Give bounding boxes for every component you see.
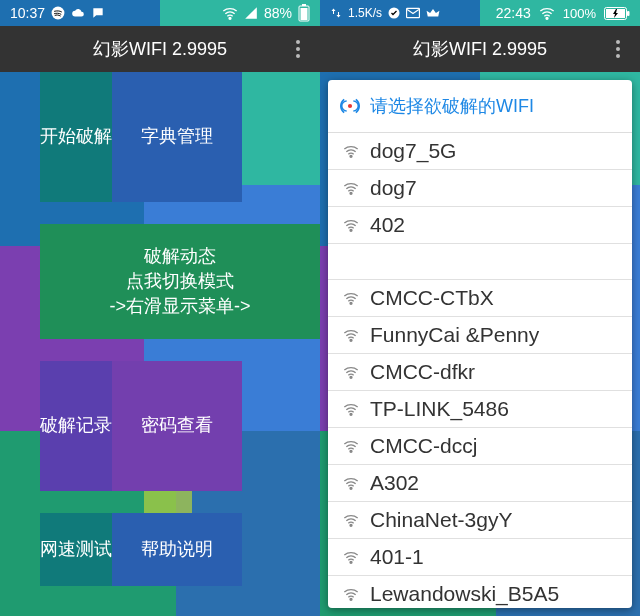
overflow-menu-button[interactable] [288, 35, 308, 63]
phone-left: 10:37 88% [0, 0, 320, 616]
svg-point-21 [350, 524, 352, 526]
wifi-signal-icon [342, 402, 360, 416]
status-time: 10:37 [10, 5, 45, 21]
svg-point-12 [350, 155, 352, 157]
wifi-signal-icon [342, 291, 360, 305]
wifi-item[interactable]: CMCC-CTbX [328, 280, 632, 317]
svg-point-14 [350, 229, 352, 231]
wifi-icon [222, 6, 238, 20]
wifi-ssid: Lewandowski_B5A5 [370, 582, 559, 606]
wifi-item[interactable]: CMCC-dfkr [328, 354, 632, 391]
wifi-item [328, 244, 632, 280]
svg-point-23 [350, 598, 352, 600]
wifi-item[interactable]: 402 [328, 207, 632, 244]
check-icon [388, 7, 400, 19]
svg-point-22 [350, 561, 352, 563]
dialog-title: 请选择欲破解的WIFI [370, 94, 534, 118]
wifi-ssid: FunnyCai &Penny [370, 323, 539, 347]
svg-point-1 [229, 17, 231, 19]
chat-icon [91, 6, 105, 20]
status-bar: 1.5K/s 22:43 100% [320, 0, 640, 26]
svg-rect-9 [627, 11, 630, 16]
tile-label: 点我切换模式 [126, 269, 234, 294]
app-title: 幻影WIFI 2.9995 [413, 37, 547, 61]
tile-label: 密码查看 [141, 413, 213, 438]
wifi-signal-icon [342, 365, 360, 379]
svg-point-18 [350, 413, 352, 415]
tile-label: 开始破解 [40, 124, 112, 149]
tile-label: 破解记录 [40, 413, 112, 438]
wifi-item[interactable]: A302 [328, 465, 632, 502]
antenna-icon [340, 96, 360, 116]
battery-icon [298, 4, 310, 22]
wifi-ssid: dog7 [370, 176, 417, 200]
app-bar: 幻影WIFI 2.9995 [0, 26, 320, 72]
battery-percent: 88% [264, 5, 292, 21]
svg-rect-3 [302, 4, 306, 6]
wifi-ssid: ChinaNet-3gyY [370, 508, 512, 532]
wifi-signal-icon [342, 218, 360, 232]
app-title: 幻影WIFI 2.9995 [93, 37, 227, 61]
crown-icon [426, 7, 440, 19]
wifi-ssid: 401-1 [370, 545, 424, 569]
tile-help[interactable]: 帮助说明 [112, 513, 242, 586]
wifi-item[interactable]: TP-LINK_5486 [328, 391, 632, 428]
svg-point-13 [350, 192, 352, 194]
tile-label: 破解动态 [144, 244, 216, 269]
svg-point-7 [546, 17, 548, 19]
tile-label: 帮助说明 [141, 537, 213, 562]
svg-point-11 [348, 104, 352, 108]
svg-point-15 [350, 302, 352, 304]
wifi-signal-icon [342, 550, 360, 564]
wifi-signal-icon [342, 144, 360, 158]
mail-icon [406, 7, 420, 19]
tile-grid: 开始破解 字典管理 破解动态 点我切换模式 ->右滑显示菜单-> 破解记录 密码 [0, 72, 320, 616]
tile-dict-manage[interactable]: 字典管理 [112, 72, 242, 202]
dialog-header: 请选择欲破解的WIFI [328, 80, 632, 133]
wifi-item[interactable]: ChinaNet-3gyY [328, 502, 632, 539]
wifi-ssid: dog7_5G [370, 139, 456, 163]
wifi-ssid: 402 [370, 213, 405, 237]
svg-point-16 [350, 339, 352, 341]
wifi-item[interactable]: 401-1 [328, 539, 632, 576]
svg-point-17 [350, 376, 352, 378]
wifi-signal-icon [342, 439, 360, 453]
wifi-signal-icon [342, 181, 360, 195]
wifi-select-dialog: 请选择欲破解的WIFI dog7_5Gdog7402CMCC-CTbXFunny… [328, 80, 632, 608]
svg-point-20 [350, 487, 352, 489]
wifi-item[interactable]: dog7_5G [328, 133, 632, 170]
wifi-ssid: CMCC-dfkr [370, 360, 475, 384]
wifi-ssid: CMCC-CTbX [370, 286, 494, 310]
wifi-signal-icon [342, 513, 360, 527]
signal-icon [244, 6, 258, 20]
wifi-item[interactable]: CMCC-dccj [328, 428, 632, 465]
battery-charging-icon [604, 7, 630, 20]
tile-label: ->右滑显示菜单-> [109, 294, 250, 319]
tile-mode-switch[interactable]: 破解动态 点我切换模式 ->右滑显示菜单-> [40, 224, 320, 339]
wifi-ssid: A302 [370, 471, 419, 495]
status-time: 22:43 [496, 5, 531, 21]
wifi-list[interactable]: dog7_5Gdog7402CMCC-CTbXFunnyCai &PennyCM… [328, 133, 632, 608]
wifi-item[interactable]: dog7 [328, 170, 632, 207]
tile-speed-test[interactable]: 网速测试 [40, 513, 112, 586]
status-bar: 10:37 88% [0, 0, 320, 26]
tile-label: 字典管理 [141, 124, 213, 149]
svg-point-19 [350, 450, 352, 452]
wifi-signal-icon [342, 328, 360, 342]
wifi-ssid: CMCC-dccj [370, 434, 477, 458]
svg-rect-4 [301, 8, 308, 20]
app-bar: 幻影WIFI 2.9995 [320, 26, 640, 72]
tile-label: 网速测试 [40, 537, 112, 562]
wifi-signal-icon [342, 476, 360, 490]
wifi-item[interactable]: FunnyCai &Penny [328, 317, 632, 354]
overflow-menu-button[interactable] [608, 35, 628, 63]
tile-crack-records[interactable]: 破解记录 [40, 361, 112, 491]
wifi-ssid: TP-LINK_5486 [370, 397, 509, 421]
tile-password-view[interactable]: 密码查看 [112, 361, 242, 491]
tile-start-crack[interactable]: 开始破解 [40, 72, 112, 202]
screenshot-pair: 10:37 88% [0, 0, 640, 616]
wifi-item[interactable]: Lewandowski_B5A5 [328, 576, 632, 608]
wifi-icon [539, 6, 555, 20]
status-speed: 1.5K/s [348, 6, 382, 20]
wifi-signal-icon [342, 587, 360, 601]
